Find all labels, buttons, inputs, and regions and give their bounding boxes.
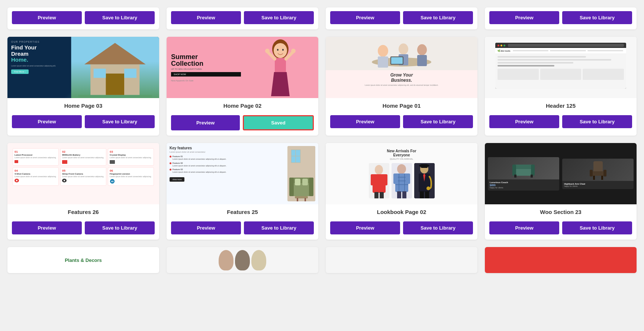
content-blocks [498, 69, 624, 80]
card-feat26: 01 Latest Processor Lorem ipsum dolor si… [7, 143, 159, 240]
card-home02: SummerCollection UP TO 60% ON EVERYTHING… [167, 37, 318, 136]
card-woo23-actions: Preview Save to Library [485, 218, 637, 240]
svg-rect-18 [378, 56, 388, 68]
home03-text-overlay: OUR PROPERTIES Find YourDreamHome. Lorem… [7, 37, 76, 98]
look02-header: New Arrivals ForEveryone QUALITY ON ARRI… [329, 149, 474, 160]
feat26-item-1: 01 Latest Processor Lorem ipsum dolor si… [13, 148, 59, 166]
save-button-home03[interactable]: Save to Library [85, 115, 155, 128]
save-button-look02[interactable]: Save to Library [403, 221, 473, 234]
preview-button-feat26[interactable]: Preview [12, 221, 82, 234]
preview-button-look02[interactable]: Preview [330, 221, 400, 234]
thumbnail-feat26: 01 Latest Processor Lorem ipsum dolor si… [7, 143, 159, 204]
home02-cta: SHOP NOW [171, 72, 241, 77]
card-home01-actions: Preview Save to Library [326, 112, 477, 133]
saved-button-home02[interactable]: Saved [243, 115, 314, 130]
woo23-product-1-name: Luxurious Couch [490, 181, 557, 184]
preview-button-home02[interactable]: Preview [171, 115, 240, 130]
home01-inner: Grow YourBusiness. Lorem ipsum dolor sit… [326, 37, 477, 98]
home02-text-overlay: SummerCollection UP TO 60% ON EVERYTHING… [167, 37, 245, 98]
card-top-4: Preview Save to Library [485, 7, 637, 29]
svg-point-65 [426, 186, 430, 190]
save-button-top-4[interactable]: Save to Library [562, 11, 632, 24]
card-home02-title: Home Page 02 [223, 103, 262, 109]
house-bg [71, 37, 159, 98]
preview-button-woo23[interactable]: Preview [489, 221, 559, 234]
feat26-icon-4 [15, 179, 19, 182]
preview-button-top-2[interactable]: Preview [171, 11, 241, 24]
save-button-home01[interactable]: Save to Library [403, 115, 473, 128]
card-generic-3 [326, 247, 477, 273]
home03-body: Lorem ipsum dolor sit amet consectetur a… [11, 65, 72, 67]
feat25-cta: show more [170, 177, 184, 182]
svg-rect-33 [289, 178, 294, 196]
feat25-room-svg [287, 146, 315, 201]
svg-rect-57 [397, 191, 401, 198]
svg-rect-5 [78, 95, 152, 98]
svg-rect-62 [421, 164, 428, 168]
card-look02-info: Lookbook Page 02 [326, 204, 477, 218]
nav-line-1 [513, 50, 549, 51]
svg-rect-58 [402, 191, 406, 198]
card-top-3-actions: Preview Save to Library [326, 7, 477, 29]
svg-rect-71 [531, 165, 535, 176]
site-logo-text: 🌿 divi tools [498, 49, 511, 52]
svg-rect-66 [420, 191, 424, 198]
browser-dot-green [503, 45, 505, 46]
feat26-title-4: 4-Shot Camera [15, 173, 57, 175]
card-feat25: Key features Lorem ipsum dolor sit amet … [167, 143, 318, 240]
feat26-num-4: 04 [15, 169, 57, 172]
card-top-2-actions: Preview Save to Library [167, 7, 318, 29]
card-top-2: Preview Save to Library [167, 7, 318, 29]
home01-headline: Grow YourBusiness. [329, 72, 474, 83]
save-button-top-2[interactable]: Save to Library [244, 11, 314, 24]
feat26-title-1: Latest Processor [15, 154, 57, 156]
save-button-woo23[interactable]: Save to Library [562, 221, 632, 234]
woo23-product-1-price: $899 [490, 184, 557, 186]
feat26-icon-6: W [110, 179, 115, 184]
feat26-text-2: Lorem ipsum dolor sit amet consectetur a… [62, 156, 104, 159]
preview-button-feat25[interactable]: Preview [171, 221, 241, 234]
feat26-num-2: 02 [62, 150, 104, 153]
svg-rect-34 [309, 178, 313, 196]
save-button-top-1[interactable]: Save to Library [85, 11, 155, 24]
card-home01-info: Home Page 01 [326, 98, 477, 112]
card-header125-title: Header 125 [546, 103, 576, 109]
feat25-headline: Key features [170, 146, 284, 150]
svg-rect-76 [590, 170, 593, 176]
card-top-4-actions: Preview Save to Library [485, 7, 637, 29]
preview-button-top-4[interactable]: Preview [489, 11, 559, 24]
feat25-feature-text-2: Feature 02Lorem ipsum dolor sit amet con… [173, 162, 226, 167]
preview-button-header125[interactable]: Preview [489, 115, 559, 128]
svg-rect-73 [531, 175, 533, 178]
svg-rect-22 [417, 55, 427, 66]
thumbnail-woo23: Luxurious Couch $899 happy for clients [485, 143, 637, 204]
preview-button-top-3[interactable]: Preview [330, 11, 400, 24]
plants-content: Plants & Decors [65, 257, 102, 263]
feat26-title-5: 32mp Front Camera [62, 173, 104, 175]
save-button-header125[interactable]: Save to Library [562, 115, 632, 128]
card-woo23: Luxurious Couch $899 happy for clients [485, 143, 637, 240]
woo23-product-2-img [562, 159, 634, 181]
feat26-num-3: 03 [110, 150, 152, 153]
save-button-feat26[interactable]: Save to Library [85, 221, 155, 234]
card-home02-info: Home Page 02 [167, 98, 318, 112]
card-home01: Grow YourBusiness. Lorem ipsum dolor sit… [326, 37, 477, 136]
svg-rect-44 [383, 174, 387, 185]
look02-subtext: QUALITY ON ARRIVAL [329, 158, 474, 160]
bottom-row: Plants & Decors [7, 247, 637, 273]
preview-button-top-1[interactable]: Preview [12, 11, 82, 24]
save-button-feat25[interactable]: Save to Library [244, 221, 314, 234]
home02-sub1: UP TO 60% ON EVERYTHING [171, 68, 241, 70]
save-button-top-3[interactable]: Save to Library [403, 11, 473, 24]
svg-point-14 [291, 49, 296, 53]
preview-button-home03[interactable]: Preview [12, 115, 82, 128]
card-woo23-title: Woo Section 23 [540, 209, 581, 215]
nav-line-3 [587, 50, 624, 51]
feat25-feature-text-1: Feature 01Lorem ipsum dolor sit amet con… [173, 155, 226, 160]
home03-headline: Find YourDreamHome. [11, 45, 72, 63]
svg-rect-78 [593, 176, 595, 180]
svg-point-48 [397, 164, 406, 174]
feat26-item-6: 06 Fingerprint version Lorem ipsum dolor… [108, 167, 154, 186]
content-block-3 [583, 69, 624, 80]
preview-button-home01[interactable]: Preview [330, 115, 400, 128]
